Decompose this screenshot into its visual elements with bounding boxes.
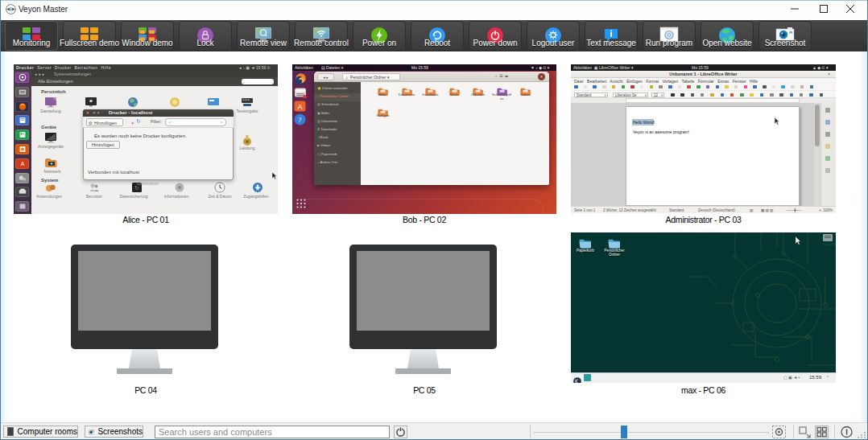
svg-text:A: A bbox=[297, 103, 302, 111]
svg-text:?: ? bbox=[299, 116, 302, 124]
svg-text:↻: ↻ bbox=[134, 185, 139, 191]
svg-text:A: A bbox=[21, 161, 25, 167]
